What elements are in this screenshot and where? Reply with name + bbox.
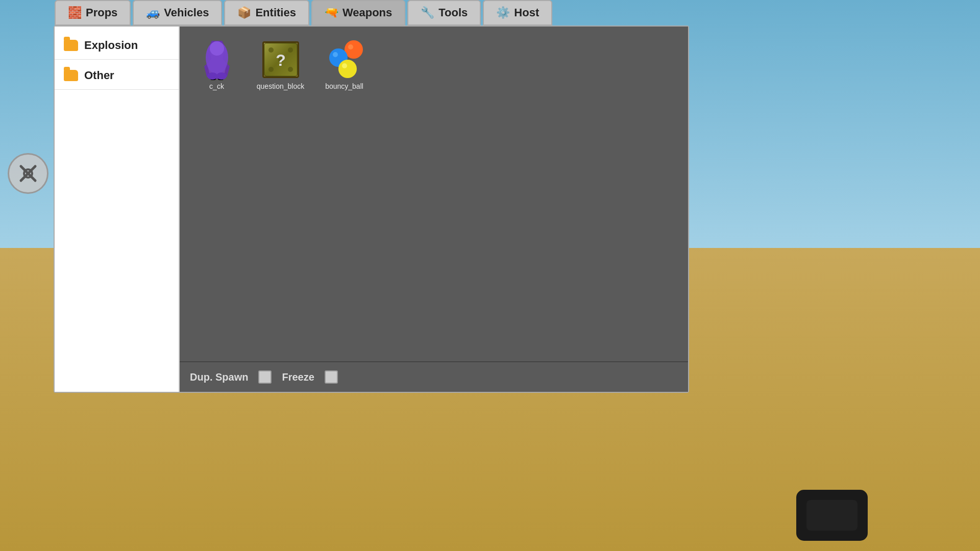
svg-rect-4: [806, 500, 857, 531]
svg-point-24: [333, 52, 338, 57]
folder-icon-other: [64, 70, 78, 81]
tab-props[interactable]: 🧱 Props: [55, 0, 131, 26]
props-icon: 🧱: [68, 6, 82, 19]
svg-text:?: ?: [276, 51, 286, 69]
svg-point-17: [268, 67, 274, 72]
tab-weapons-label: Weapons: [342, 6, 392, 19]
freeze-label: Freeze: [282, 371, 314, 383]
svg-point-22: [348, 44, 353, 49]
weapons-icon: 🔫: [325, 6, 338, 19]
grid-item-question-block[interactable]: ? question_block: [251, 34, 310, 95]
svg-point-26: [342, 63, 347, 68]
svg-point-16: [288, 47, 293, 53]
tab-bar: 🧱 Props 🚙 Vehicles 📦 Entities 🔫 Weapons …: [55, 0, 554, 26]
svg-point-10: [210, 41, 224, 56]
svg-point-11: [207, 72, 217, 80]
sidebar-label-explosion: Explosion: [84, 39, 138, 52]
bouncy-ball-preview: [319, 39, 370, 80]
svg-point-25: [338, 60, 357, 78]
tools-overlay-icon[interactable]: [8, 153, 48, 194]
tab-vehicles-label: Vehicles: [164, 6, 209, 19]
c-ck-label: c_ck: [209, 82, 224, 90]
folder-icon-explosion: [64, 40, 78, 51]
sidebar-label-other: Other: [84, 69, 114, 82]
bouncy-ball-label: bouncy_ball: [325, 82, 363, 90]
grid-content: c_ck: [187, 34, 680, 95]
svg-point-15: [268, 47, 274, 53]
freeze-checkbox[interactable]: [325, 370, 338, 384]
tools-icon-tab: 🔧: [421, 6, 434, 19]
tab-vehicles[interactable]: 🚙 Vehicles: [133, 0, 222, 26]
tab-entities-label: Entities: [255, 6, 296, 19]
svg-point-18: [288, 67, 293, 72]
sidebar-item-other[interactable]: Other: [55, 62, 179, 90]
vehicles-icon: 🚙: [146, 6, 160, 19]
host-icon: ⚙️: [496, 6, 510, 19]
bottom-bar: Dup. Spawn Freeze: [180, 361, 688, 392]
content-area: Explosion Other: [55, 27, 688, 392]
tab-entities[interactable]: 📦 Entities: [224, 0, 309, 26]
tab-host-label: Host: [514, 6, 539, 19]
items-grid: c_ck: [180, 27, 688, 361]
tab-tools[interactable]: 🔧 Tools: [407, 0, 481, 26]
question-block-preview: ?: [255, 39, 306, 80]
question-block-label: question_block: [257, 82, 304, 90]
dup-spawn-label: Dup. Spawn: [190, 371, 248, 383]
sidebar: Explosion Other: [55, 27, 180, 392]
grid-item-c-ck[interactable]: c_ck: [187, 34, 246, 95]
tab-tools-label: Tools: [438, 6, 468, 19]
entities-icon: 📦: [237, 6, 251, 19]
sidebar-item-explosion[interactable]: Explosion: [55, 32, 179, 60]
tab-props-label: Props: [86, 6, 117, 19]
c-ck-preview: [191, 39, 242, 80]
main-panel: 🧱 Props 🚙 Vehicles 📦 Entities 🔫 Weapons …: [54, 26, 689, 393]
svg-point-12: [216, 72, 227, 80]
question-block-visual: ?: [262, 41, 299, 78]
tab-host[interactable]: ⚙️ Host: [483, 0, 552, 26]
dup-spawn-checkbox[interactable]: [258, 370, 272, 384]
grid-item-bouncy-ball[interactable]: bouncy_ball: [315, 34, 374, 95]
tab-weapons[interactable]: 🔫 Weapons: [311, 0, 405, 26]
